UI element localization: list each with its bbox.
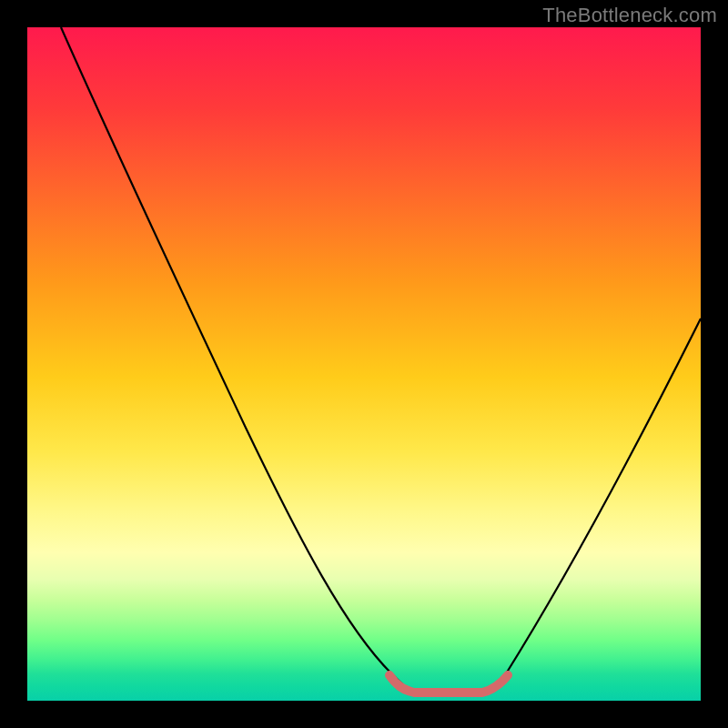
optimal-region-path [389, 675, 508, 693]
watermark-text: TheBottleneck.com [542, 4, 717, 27]
chart-frame: TheBottleneck.com [0, 0, 728, 728]
plot-area [27, 27, 701, 701]
bottleneck-curve-path [61, 27, 701, 693]
chart-svg [27, 27, 701, 701]
